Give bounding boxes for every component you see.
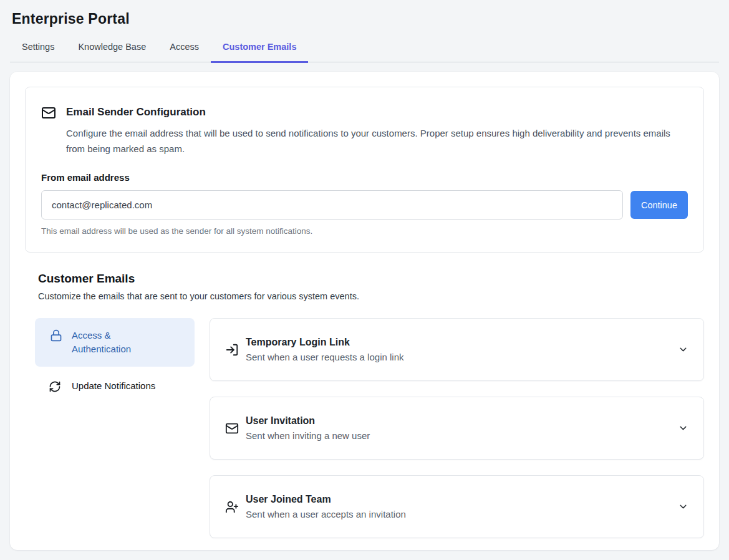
tab-knowledge-base[interactable]: Knowledge Base	[66, 35, 158, 63]
email-card-description: Sent when inviting a new user	[246, 430, 370, 441]
customer-emails-layout: Access & Authentication Update Notificat…	[25, 318, 704, 538]
from-email-label: From email address	[41, 172, 688, 183]
email-card-user-joined-team[interactable]: User Joined Team Sent when a user accept…	[210, 475, 704, 538]
email-card-temporary-login-link[interactable]: Temporary Login Link Sent when a user re…	[210, 318, 704, 381]
tab-customer-emails[interactable]: Customer Emails	[211, 35, 308, 63]
user-plus-icon	[225, 500, 239, 514]
email-card-user-invitation[interactable]: User Invitation Sent when inviting a new…	[210, 397, 704, 460]
email-card-title: Temporary Login Link	[246, 337, 403, 348]
chevron-down-icon[interactable]	[678, 423, 688, 433]
email-card-description: Sent when a user requests a login link	[246, 352, 403, 362]
chevron-down-icon[interactable]	[678, 501, 688, 512]
mail-icon	[225, 422, 239, 435]
login-icon	[225, 343, 239, 357]
email-helper-text: This email address will be used as the s…	[41, 226, 688, 236]
main-panel: Email Sender Configuration Configure the…	[10, 72, 719, 550]
card-description: Configure the email address that will be…	[66, 125, 680, 157]
customer-emails-subtitle: Customize the emails that are sent to yo…	[25, 291, 704, 301]
email-sender-config-card: Email Sender Configuration Configure the…	[25, 87, 704, 253]
from-email-input[interactable]	[41, 190, 623, 220]
page-title: Enterprise Portal	[12, 11, 717, 27]
category-sidebar: Access & Authentication Update Notificat…	[35, 318, 195, 538]
lock-icon	[50, 329, 62, 342]
card-title: Email Sender Configuration	[66, 105, 206, 118]
chevron-down-icon[interactable]	[678, 344, 688, 355]
tabbar: Settings Knowledge Base Access Customer …	[10, 35, 719, 62]
continue-button[interactable]: Continue	[630, 191, 688, 219]
email-card-description: Sent when a user accepts an invitation	[246, 509, 406, 519]
sidebar-item-access-authentication[interactable]: Access & Authentication	[35, 318, 195, 367]
page-header: Enterprise Portal	[0, 0, 729, 27]
customer-emails-title: Customer Emails	[25, 272, 704, 286]
email-card-title: User Invitation	[246, 415, 370, 427]
sidebar-item-update-notifications[interactable]: Update Notifications	[35, 369, 195, 403]
sidebar-item-label: Update Notifications	[72, 379, 155, 393]
email-template-list: Temporary Login Link Sent when a user re…	[210, 318, 704, 538]
sidebar-item-label: Access & Authentication	[72, 329, 153, 356]
email-card-title: User Joined Team	[246, 494, 406, 505]
tab-settings[interactable]: Settings	[10, 35, 66, 63]
tab-access[interactable]: Access	[158, 35, 211, 63]
refresh-icon	[49, 380, 61, 393]
mail-icon	[41, 105, 56, 120]
